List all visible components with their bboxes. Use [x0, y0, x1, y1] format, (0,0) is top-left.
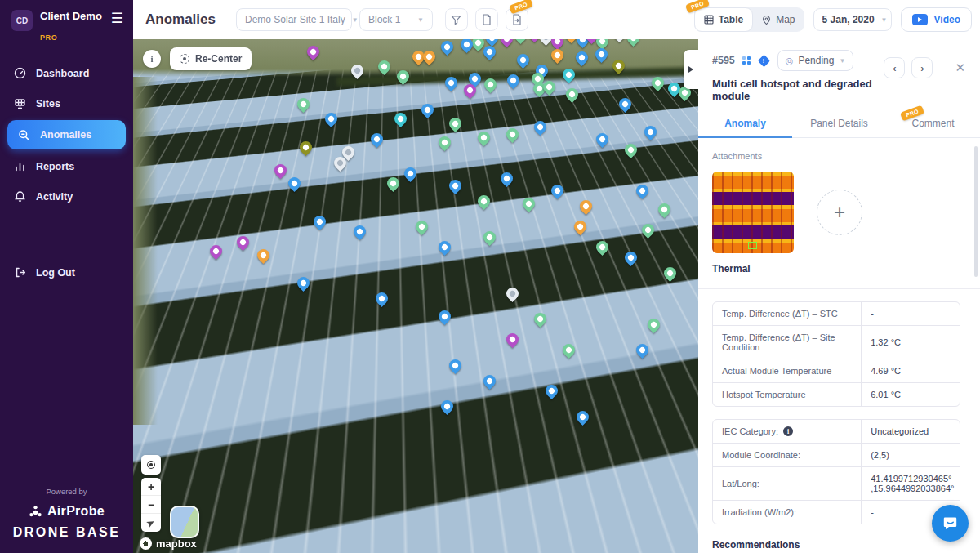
map-pin[interactable]: [385, 175, 402, 192]
block-select[interactable]: Block 1 ▼: [359, 8, 433, 31]
map-pin[interactable]: [594, 239, 611, 256]
map-pin[interactable]: [368, 131, 385, 148]
map-pin[interactable]: [286, 175, 303, 192]
map-pin[interactable]: [622, 249, 639, 266]
tab-comment[interactable]: pro Comment: [886, 110, 980, 137]
map-pin[interactable]: [564, 86, 581, 103]
map-pin[interactable]: [593, 46, 610, 63]
map-pin[interactable]: [311, 213, 328, 230]
map-pin[interactable]: [349, 62, 366, 79]
minimap[interactable]: [170, 506, 199, 538]
map-pin[interactable]: [543, 382, 560, 399]
map-pin[interactable]: [419, 100, 436, 118]
filter-button[interactable]: [445, 8, 468, 31]
date-select[interactable]: 5 Jan, 2020 ▼: [813, 8, 892, 31]
map-pin[interactable]: [421, 48, 438, 65]
next-anomaly-button[interactable]: ›: [911, 57, 933, 78]
map-pin[interactable]: [443, 74, 460, 91]
map-pin[interactable]: [549, 47, 566, 64]
map-pin[interactable]: [649, 74, 666, 91]
map-pin[interactable]: [639, 221, 657, 239]
map-pin[interactable]: [505, 72, 522, 89]
map-pin[interactable]: [504, 331, 521, 348]
tab-panel-details[interactable]: Panel Details: [792, 110, 886, 137]
info-icon[interactable]: i: [783, 426, 793, 436]
map-pin[interactable]: [392, 110, 409, 127]
map-pin[interactable]: [610, 57, 627, 74]
map-pin[interactable]: [577, 198, 594, 215]
toggle-map-button[interactable]: Map: [753, 7, 804, 32]
map-pin[interactable]: [560, 66, 577, 83]
sidebar-item-reports[interactable]: Reports: [0, 151, 133, 181]
map-pin[interactable]: [475, 192, 492, 209]
sidebar-item-logout[interactable]: Log Out: [0, 257, 133, 288]
chat-widget-button[interactable]: [932, 505, 969, 542]
panel-body[interactable]: Attachments + Thermal Temp. Difference (…: [698, 138, 980, 553]
map-pin[interactable]: [475, 128, 492, 145]
map-pin[interactable]: [504, 126, 521, 143]
map-pin[interactable]: [272, 162, 289, 179]
map-pin[interactable]: [483, 39, 501, 47]
map-pin[interactable]: [634, 182, 651, 199]
map-pin[interactable]: [439, 39, 456, 56]
map-pin[interactable]: [447, 357, 464, 374]
map-pin[interactable]: [234, 234, 252, 251]
hamburger-menu-icon[interactable]: ☰: [111, 10, 123, 25]
map-pin[interactable]: [294, 274, 311, 292]
map-pin[interactable]: [514, 51, 532, 69]
tab-anomaly[interactable]: Anomaly: [698, 110, 792, 137]
map-pin[interactable]: [323, 110, 340, 127]
map-pin[interactable]: [572, 218, 589, 235]
thermal-attachment-thumbnail[interactable]: [712, 172, 794, 253]
map-pin[interactable]: [656, 201, 673, 218]
prev-anomaly-button[interactable]: ‹: [884, 57, 905, 78]
map-pin[interactable]: [560, 341, 577, 359]
map-pin[interactable]: [617, 96, 634, 113]
map-pin[interactable]: [447, 177, 464, 194]
panel-scrollbar[interactable]: [974, 146, 978, 277]
map-pin[interactable]: [447, 115, 464, 132]
severity-diamond-icon[interactable]: !: [758, 54, 771, 67]
recenter-button[interactable]: Re-Center: [170, 47, 252, 70]
map-pin[interactable]: [611, 39, 628, 42]
export-button[interactable]: pro: [506, 8, 528, 31]
zoom-out-button[interactable]: −: [141, 496, 161, 514]
map-pin[interactable]: [645, 315, 662, 332]
toggle-table-button[interactable]: Table: [694, 7, 753, 32]
map-pin[interactable]: [255, 247, 272, 264]
map-pin[interactable]: [439, 398, 456, 415]
map-pin[interactable]: [294, 96, 311, 113]
map-pin[interactable]: [207, 243, 225, 260]
sidebar-item-activity[interactable]: Activity: [0, 181, 133, 212]
map-pin[interactable]: [376, 58, 393, 75]
compass-button[interactable]: ➤: [141, 514, 161, 532]
map-pin[interactable]: [413, 218, 430, 235]
add-attachment-button[interactable]: +: [817, 190, 862, 235]
map-pin[interactable]: [532, 310, 549, 328]
map-pin[interactable]: [574, 408, 591, 426]
video-button[interactable]: Video: [901, 7, 972, 32]
zoom-in-button[interactable]: +: [141, 478, 161, 496]
panel-expand-handle[interactable]: [684, 50, 698, 89]
status-select[interactable]: ◎ Pending ▼: [777, 50, 854, 71]
mapbox-attribution[interactable]: mapbox: [140, 537, 197, 550]
sidebar-item-anomalies[interactable]: Anomalies: [7, 120, 126, 149]
map-pin[interactable]: [435, 308, 452, 325]
map-pin[interactable]: [297, 139, 314, 156]
geolocate-button[interactable]: [141, 455, 161, 475]
report-file-button[interactable]: [475, 8, 498, 31]
map-pin[interactable]: [305, 42, 322, 60]
map-pin[interactable]: [498, 170, 515, 187]
grid-view-icon[interactable]: [742, 56, 751, 65]
map-pin[interactable]: [435, 134, 452, 151]
map-pin[interactable]: [351, 223, 368, 240]
map-pin[interactable]: [625, 39, 642, 47]
site-select[interactable]: Demo Solar Site 1 Italy ▼: [236, 8, 352, 31]
map-info-button[interactable]: i: [143, 50, 161, 68]
map-pin[interactable]: [482, 76, 499, 93]
map-pin[interactable]: [481, 372, 498, 390]
map-pin[interactable]: [435, 239, 452, 256]
map-pin[interactable]: [622, 141, 639, 158]
map-view[interactable]: i Re-Center + − ➤ mapbox: [133, 39, 698, 553]
map-pin[interactable]: [662, 265, 679, 282]
